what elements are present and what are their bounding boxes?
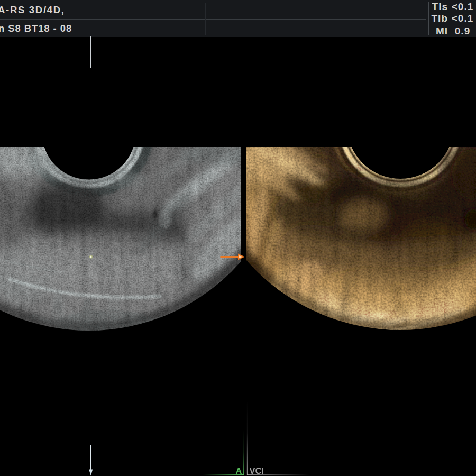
svg-text:VCI: VCI	[250, 466, 264, 475]
svg-text:A: A	[236, 466, 242, 475]
